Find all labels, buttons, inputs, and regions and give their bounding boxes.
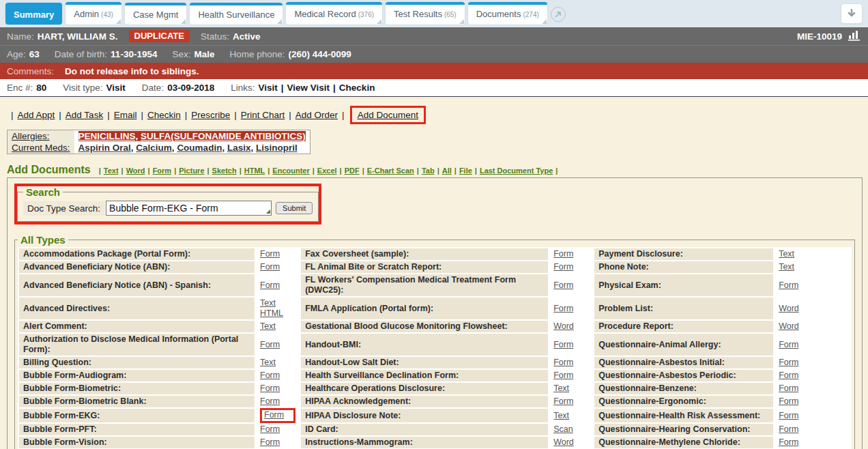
allergy-link[interactable]: SULFA(SULFONAMIDE ANTIBIOTICS) bbox=[141, 131, 306, 141]
doc-create-link-instructions-mammogram-word[interactable]: Word bbox=[553, 437, 574, 448]
med-link[interactable]: Coumadin bbox=[177, 143, 222, 153]
doc-create-link-alert-comment-text[interactable]: Text bbox=[260, 321, 276, 332]
doc-type-filter-e-chart-scan[interactable]: E-Chart Scan bbox=[367, 166, 414, 175]
doc-type-filter-form[interactable]: Form bbox=[153, 166, 172, 175]
tab-test-results[interactable]: Test Results(65) bbox=[386, 2, 465, 25]
tab-case-mgmt[interactable]: Case Mgmt bbox=[125, 3, 186, 25]
allergy-link[interactable]: PENICILLINS, bbox=[78, 131, 139, 141]
doc-create-link-billing-question-text[interactable]: Text bbox=[260, 358, 276, 368]
tab-medical-record[interactable]: Medical Record(376) bbox=[286, 2, 382, 25]
doc-create-link-bubble-form-audiogram-form[interactable]: Form bbox=[260, 371, 280, 381]
med-link[interactable]: Calcium bbox=[136, 143, 172, 153]
tab-health-surveillance[interactable]: Health Surveillance bbox=[190, 3, 283, 25]
doc-type-filter-word[interactable]: Word bbox=[126, 166, 145, 175]
doc-create-link-problem-list-word[interactable]: Word bbox=[779, 304, 799, 314]
action-link-add-appt[interactable]: Add Appt bbox=[18, 110, 55, 120]
doc-create-link-health-surveillance-declination-form-form[interactable]: Form bbox=[553, 371, 573, 381]
allergies-link[interactable]: Allergies: bbox=[12, 131, 50, 141]
doc-type-filter-encounter[interactable]: Encounter bbox=[272, 166, 309, 175]
doc-create-link-healthcare-operations-disclosure-text[interactable]: Text bbox=[553, 383, 569, 394]
doc-create-link-id-card-scan[interactable]: Scan bbox=[553, 424, 573, 435]
doc-create-link-bubble-form-ekg-form[interactable]: Form bbox=[264, 410, 284, 420]
doc-type-link-cell: Form bbox=[549, 248, 593, 260]
doc-create-link-questionnaire-ergonomic-form[interactable]: Form bbox=[779, 396, 798, 407]
doc-create-link-questionnaire-health-risk-assessment-form[interactable]: Form bbox=[779, 411, 798, 421]
action-link-prescribe[interactable]: Prescribe bbox=[191, 110, 230, 120]
duplicate-badge[interactable]: DUPLICATE bbox=[129, 30, 190, 42]
action-link-print-chart[interactable]: Print Chart bbox=[241, 110, 285, 120]
separator: | bbox=[437, 166, 439, 175]
tab-count: (65) bbox=[444, 11, 457, 18]
doc-type-filter-html[interactable]: HTML bbox=[244, 166, 265, 175]
doc-type-link-cell: Form bbox=[549, 334, 593, 356]
doc-type-filter-tab[interactable]: Tab bbox=[422, 166, 435, 175]
doc-create-link-bubble-form-vision-form[interactable]: Form bbox=[260, 437, 280, 448]
doc-create-link-fmla-application-portal-form-form[interactable]: Form bbox=[553, 304, 573, 314]
doc-create-link-physical-exam-form[interactable]: Form bbox=[779, 280, 798, 291]
doc-create-link-questionnaire-asbestos-periodic-form[interactable]: Form bbox=[779, 371, 798, 381]
doc-type-search-input[interactable] bbox=[106, 201, 272, 216]
doc-type-link-cell: Form bbox=[549, 357, 593, 368]
doc-create-link-handout-low-salt-diet-form[interactable]: Form bbox=[553, 358, 573, 368]
doc-create-link-accommodations-package-portal-form-form[interactable]: Form bbox=[260, 249, 280, 259]
doc-create-link-payment-disclosure-text[interactable]: Text bbox=[779, 249, 794, 259]
quick-view-icon[interactable] bbox=[551, 7, 566, 22]
doc-create-link-advanced-directives-text[interactable]: Text bbox=[260, 298, 276, 308]
doc-type-filter-sketch[interactable]: Sketch bbox=[212, 166, 237, 175]
doc-create-link-bubble-form-biometric-form[interactable]: Form bbox=[260, 383, 280, 394]
doc-create-link-questionnaire-hearing-conservation-form[interactable]: Form bbox=[779, 424, 798, 435]
doc-create-link-procedure-report-word[interactable]: Word bbox=[779, 321, 799, 332]
submit-button[interactable]: Submit bbox=[276, 202, 313, 214]
action-link-add-task[interactable]: Add Task bbox=[66, 110, 103, 120]
doc-create-link-hipaa-acknowledgement-form[interactable]: Form bbox=[553, 396, 573, 407]
separator: | bbox=[11, 110, 14, 120]
encounter-link-checkin[interactable]: Checkin bbox=[339, 83, 375, 93]
separator: | bbox=[342, 110, 345, 120]
action-link-add-document[interactable]: Add Document bbox=[358, 110, 418, 120]
doc-create-link-questionnaire-methylene-chloride-form[interactable]: Form bbox=[779, 437, 798, 448]
doc-type-name: Questionnaire-Animal Allergy: bbox=[594, 334, 773, 356]
bar-chart-icon[interactable] bbox=[848, 30, 861, 43]
doc-type-filter-pdf[interactable]: PDF bbox=[345, 166, 360, 175]
doc-create-link-advanced-beneficiary-notice-abn-spanish-form[interactable]: Form bbox=[260, 280, 280, 291]
patient-name-bar: Name: HART, WILLIAM S. DUPLICATE Status:… bbox=[0, 27, 868, 45]
table-row: Advanced Beneficiary Notice (ABN) - Span… bbox=[19, 274, 850, 296]
med-link[interactable]: Lasix bbox=[227, 143, 251, 153]
doc-type-filter-picture[interactable]: Picture bbox=[179, 166, 204, 175]
doc-create-link-questionnaire-animal-allergy-form[interactable]: Form bbox=[779, 340, 798, 350]
doc-create-link-bubble-form-pft-form[interactable]: Form bbox=[260, 424, 280, 435]
doc-type-filter-all[interactable]: All bbox=[442, 166, 452, 175]
doc-type-filter-last-document-type[interactable]: Last Document Type bbox=[480, 166, 553, 175]
current-meds-link[interactable]: Current Meds: bbox=[12, 143, 70, 153]
doc-create-link-handout-bmi-form[interactable]: Form bbox=[553, 340, 573, 350]
action-link-email[interactable]: Email bbox=[114, 110, 137, 120]
encounter-link-view-visit[interactable]: View Visit bbox=[287, 83, 330, 93]
doc-create-link-fl-animal-bite-or-scratch-report-form[interactable]: Form bbox=[553, 262, 573, 272]
tab-documents[interactable]: Documents(274) bbox=[468, 2, 547, 25]
tab-admin[interactable]: Admin(43) bbox=[66, 2, 121, 25]
med-link[interactable]: Aspirin Oral bbox=[78, 143, 131, 153]
doc-create-link-authorization-to-disclose-medical-information-portal-form-form[interactable]: Form bbox=[260, 340, 280, 350]
doc-create-link-fl-workers-compensation-medical-treatment-form-dwc25-form[interactable]: Form bbox=[553, 280, 573, 291]
download-button[interactable] bbox=[841, 3, 863, 24]
tab-label: Case Mgmt bbox=[133, 10, 178, 20]
tab-label: Admin bbox=[74, 9, 99, 19]
encounter-link-visit[interactable]: Visit bbox=[258, 83, 277, 93]
doc-type-filter-file[interactable]: File bbox=[459, 166, 472, 175]
doc-create-link-bubble-form-biometric-blank-form[interactable]: Form bbox=[260, 396, 280, 407]
doc-create-link-questionnaire-benzene-form[interactable]: Form bbox=[779, 383, 798, 394]
doc-create-link-hipaa-disclosure-note-text[interactable]: Text bbox=[553, 411, 569, 421]
doc-type-filter-text[interactable]: Text bbox=[104, 166, 119, 175]
doc-create-link-advanced-beneficiary-notice-abn-form[interactable]: Form bbox=[260, 262, 280, 272]
action-link-checkin[interactable]: Checkin bbox=[147, 110, 181, 120]
visit-type-label: Visit type: bbox=[63, 83, 102, 93]
doc-create-link-gestational-blood-glucose-monitoring-flowsheet-word[interactable]: Word bbox=[553, 321, 574, 332]
action-link-add-order[interactable]: Add Order bbox=[295, 110, 338, 120]
doc-create-link-advanced-directives-html[interactable]: HTML bbox=[260, 308, 283, 319]
doc-create-link-fax-coversheet-sample-form[interactable]: Form bbox=[553, 249, 573, 259]
doc-type-filter-excel[interactable]: Excel bbox=[317, 166, 337, 175]
tab-summary[interactable]: Summary bbox=[5, 3, 62, 25]
med-link[interactable]: Lisinopril bbox=[256, 143, 298, 153]
doc-create-link-phone-note-text[interactable]: Text bbox=[779, 262, 794, 272]
doc-create-link-questionnaire-asbestos-initial-form[interactable]: Form bbox=[779, 358, 798, 368]
